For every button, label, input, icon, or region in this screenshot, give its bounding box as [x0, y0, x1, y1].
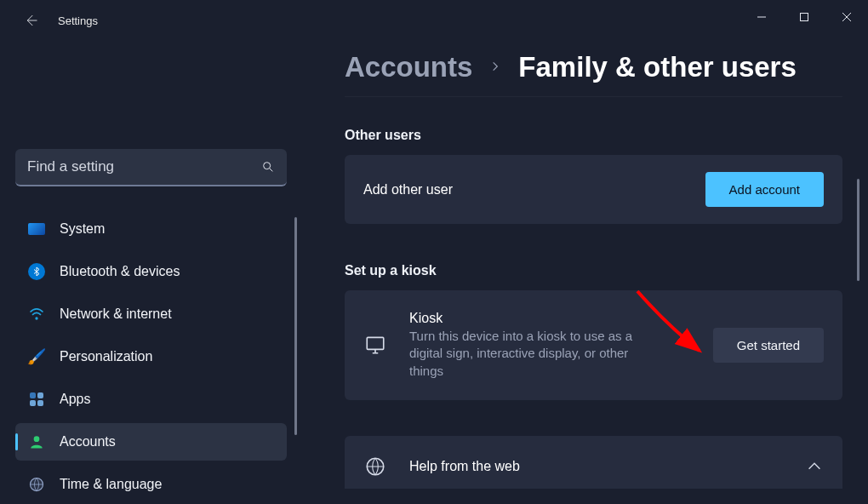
breadcrumb-current: Family & other users	[518, 51, 796, 83]
close-button[interactable]	[825, 4, 868, 30]
maximize-icon	[799, 12, 809, 22]
sidebar-item-system[interactable]: System	[15, 210, 287, 248]
apps-icon	[27, 390, 46, 409]
sidebar-item-label: Network & internet	[60, 306, 172, 322]
main-scrollbar[interactable]	[857, 179, 859, 281]
chevron-up-icon	[805, 457, 824, 476]
maximize-button[interactable]	[783, 4, 825, 30]
globe-clock-icon	[27, 475, 46, 494]
svg-point-3	[34, 436, 40, 442]
sidebar-item-label: Personalization	[60, 349, 152, 364]
paintbrush-icon: 🖌️	[27, 347, 46, 366]
add-other-user-label: Add other user	[363, 182, 453, 198]
sidebar-scrollbar[interactable]	[294, 217, 297, 435]
add-other-user-card: Add other user Add account	[345, 155, 842, 224]
sidebar-nav: System Bluetooth & devices Network & int…	[15, 210, 287, 503]
svg-rect-0	[801, 14, 808, 21]
minimize-button[interactable]	[740, 4, 783, 30]
sidebar-item-label: Time & language	[60, 477, 162, 492]
breadcrumb: Accounts Family & other users	[345, 51, 842, 111]
sidebar-item-label: Bluetooth & devices	[60, 264, 180, 279]
person-icon	[27, 432, 46, 451]
section-title-kiosk: Set up a kiosk	[345, 263, 842, 278]
sidebar-item-label: Apps	[60, 392, 90, 407]
section-title-other-users: Other users	[345, 128, 842, 143]
sidebar-item-accounts[interactable]: Accounts	[15, 423, 287, 461]
window-controls	[740, 4, 868, 30]
svg-rect-5	[367, 338, 384, 350]
sidebar-item-personalization[interactable]: 🖌️ Personalization	[15, 338, 287, 375]
search-input[interactable]	[15, 158, 249, 175]
sidebar-item-label: Accounts	[60, 434, 116, 450]
back-button[interactable]	[14, 3, 48, 37]
svg-point-2	[35, 317, 37, 319]
search-box[interactable]	[15, 149, 287, 186]
close-icon	[842, 12, 852, 22]
sidebar-item-network[interactable]: Network & internet	[15, 295, 287, 333]
main-content: Accounts Family & other users Other user…	[345, 51, 842, 504]
kiosk-title: Kiosk	[409, 311, 665, 326]
sidebar-item-time-language[interactable]: Time & language	[15, 466, 287, 503]
title-bar: Settings	[0, 0, 868, 41]
monitor-icon	[27, 220, 46, 238]
add-account-button[interactable]: Add account	[705, 172, 824, 207]
chevron-right-icon	[489, 59, 501, 77]
sidebar: System Bluetooth & devices Network & int…	[0, 51, 302, 504]
help-card[interactable]: Help from the web	[345, 436, 842, 489]
breadcrumb-parent[interactable]: Accounts	[345, 51, 472, 83]
wifi-icon	[27, 305, 46, 324]
kiosk-monitor-icon	[363, 333, 387, 357]
globe-help-icon	[363, 455, 387, 478]
app-title: Settings	[58, 14, 98, 27]
sidebar-item-label: System	[60, 221, 105, 237]
get-started-button[interactable]: Get started	[713, 328, 824, 363]
bluetooth-icon	[27, 262, 46, 281]
sidebar-item-apps[interactable]: Apps	[15, 381, 287, 418]
arrow-left-icon	[23, 13, 38, 28]
kiosk-card: Kiosk Turn this device into a kiosk to u…	[345, 290, 842, 400]
kiosk-description: Turn this device into a kiosk to use as …	[409, 328, 665, 380]
minimize-icon	[757, 12, 767, 22]
search-icon	[249, 160, 287, 174]
sidebar-item-bluetooth[interactable]: Bluetooth & devices	[15, 253, 287, 290]
help-title: Help from the web	[409, 459, 520, 474]
svg-point-1	[264, 163, 271, 169]
